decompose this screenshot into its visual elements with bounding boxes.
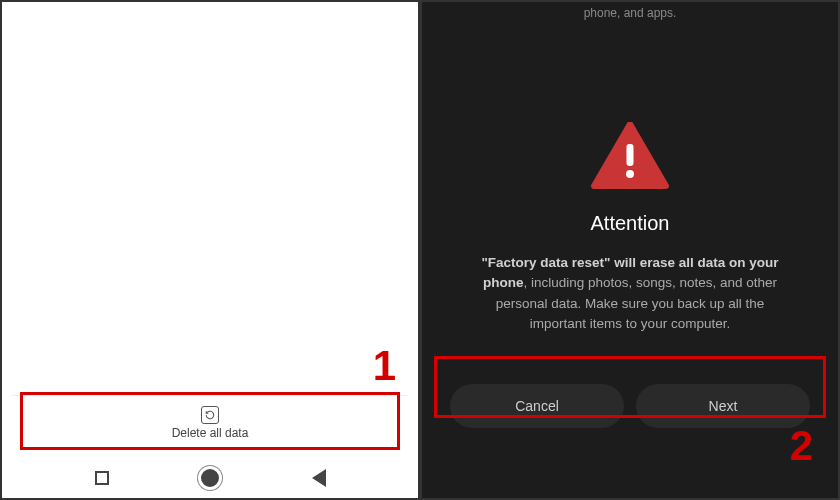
cutoff-text: phone, and apps. [584, 6, 677, 20]
next-button[interactable]: Next [636, 384, 810, 428]
reset-icon [201, 406, 219, 424]
back-icon[interactable] [312, 469, 326, 487]
screenshot-panel-2: phone, and apps. Attention "Factory data… [420, 0, 840, 500]
screenshot-panel-1: Delete all data 1 [0, 0, 420, 500]
dialog-body-rest: , including photos, songs, notes, and ot… [496, 275, 777, 331]
delete-all-data-button[interactable]: Delete all data [12, 395, 408, 450]
blank-content-area [2, 2, 418, 387]
svg-rect-0 [627, 144, 634, 166]
dialog-body: "Factory data reset" will erase all data… [440, 253, 820, 334]
recents-icon[interactable] [95, 471, 109, 485]
delete-label: Delete all data [172, 426, 249, 440]
cancel-button[interactable]: Cancel [450, 384, 624, 428]
warning-triangle-icon [591, 122, 669, 194]
step-number-2: 2 [790, 422, 813, 470]
android-nav-bar [2, 458, 418, 498]
dialog-button-row: Cancel Next [422, 384, 838, 428]
dialog-title: Attention [591, 212, 670, 235]
home-icon[interactable] [201, 469, 219, 487]
svg-point-1 [626, 170, 634, 178]
